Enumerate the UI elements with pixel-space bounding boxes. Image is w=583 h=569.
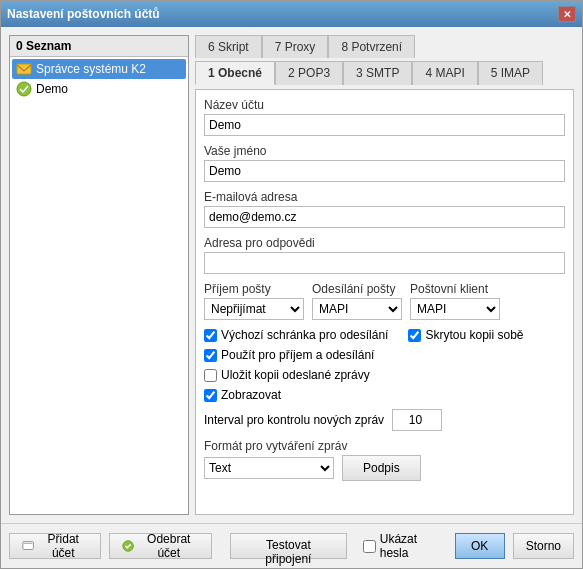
check-skrytou[interactable]	[408, 329, 421, 342]
close-button[interactable]: ✕	[558, 6, 576, 22]
check-zobrazovat-label: Zobrazovat	[221, 388, 281, 402]
adresa-group: Adresa pro odpovědi	[204, 236, 565, 274]
odesilani-label: Odesílání pošty	[312, 282, 402, 296]
tabs-row1: 6 Skript 7 Proxy 8 Potvrzení	[195, 35, 574, 58]
tab-imap[interactable]: 5 IMAP	[478, 61, 543, 85]
check-vychozi[interactable]	[204, 329, 217, 342]
nazev-label: Název účtu	[204, 98, 565, 112]
email-label: E-mailová adresa	[204, 190, 565, 204]
tab-content-obecne: Název účtu Vaše jméno E-mailová adresa A…	[195, 89, 574, 515]
format-select[interactable]: Text HTML RTF	[204, 457, 334, 479]
right-panel: 6 Skript 7 Proxy 8 Potvrzení 1 Obecné 2 …	[195, 35, 574, 515]
interval-label: Interval pro kontrolu nových zpráv	[204, 413, 384, 427]
left-panel: 0 Seznam Správce systému K2 Demo	[9, 35, 189, 515]
check-ulozit-label: Uložit kopii odeslané zprávy	[221, 368, 370, 382]
checks-col1: Výchozí schránka pro odesílání Použít pr…	[204, 328, 388, 405]
bottom-bar: Přidat účet Odebrat účet Testovat připoj…	[1, 523, 582, 568]
checks-col2: Skrytou kopii sobě	[408, 328, 523, 405]
tab-potvrzeni[interactable]: 8 Potvrzení	[328, 35, 415, 58]
checkboxes-area: Výchozí schránka pro odesílání Použít pr…	[204, 328, 565, 405]
add-icon	[22, 539, 34, 553]
testovat-button[interactable]: Testovat připojení	[230, 533, 347, 559]
check-zobrazovat-row: Zobrazovat	[204, 388, 388, 402]
check-ulozit[interactable]	[204, 369, 217, 382]
email-input[interactable]	[204, 206, 565, 228]
interval-input[interactable]	[392, 409, 442, 431]
tab-smtp[interactable]: 3 SMTP	[343, 61, 412, 85]
window-title: Nastavení poštovních účtů	[7, 7, 160, 21]
jmeno-input[interactable]	[204, 160, 565, 182]
tab-mapi[interactable]: 4 MAPI	[412, 61, 477, 85]
nazev-group: Název účtu	[204, 98, 565, 136]
ukazat-hesla-label: Ukázat hesla	[380, 532, 439, 560]
account-list: Správce systému K2 Demo	[10, 57, 188, 514]
list-item-label: Správce systému K2	[36, 62, 146, 76]
adresa-input[interactable]	[204, 252, 565, 274]
format-group: Formát pro vytváření zpráv Text HTML RTF…	[204, 439, 565, 481]
interval-row: Interval pro kontrolu nových zpráv	[204, 409, 565, 431]
ok-button[interactable]: OK	[455, 533, 505, 559]
check-pouzit-row: Použít pro příjem a odesílání	[204, 348, 388, 362]
nazev-input[interactable]	[204, 114, 565, 136]
ukazat-hesla-check[interactable]	[363, 540, 376, 553]
title-bar-buttons: ✕	[558, 6, 576, 22]
demo-icon	[16, 81, 32, 97]
svg-point-1	[17, 82, 31, 96]
check-ulozit-row: Uložit kopii odeslané zprávy	[204, 368, 388, 382]
title-bar: Nastavení poštovních účtů ✕	[1, 1, 582, 27]
odesilani-group: Odesílání pošty MAPI SMTP	[312, 282, 402, 320]
check-skrytou-label: Skrytou kopii sobě	[425, 328, 523, 342]
adresa-label: Adresa pro odpovědi	[204, 236, 565, 250]
svg-rect-0	[17, 64, 31, 74]
postovni-group: Poštovní klient MAPI SMTP POP3	[410, 282, 500, 320]
tab-skript[interactable]: 6 Skript	[195, 35, 262, 58]
list-item-label-demo: Demo	[36, 82, 68, 96]
list-item-demo[interactable]: Demo	[12, 79, 186, 99]
format-row: Text HTML RTF Podpis	[204, 455, 565, 481]
mail-icon	[16, 61, 32, 77]
tab-proxy[interactable]: 7 Proxy	[262, 35, 329, 58]
mail-settings-row: Příjem pošty Nepřijímat POP3 IMAP MAPI O…	[204, 282, 565, 320]
prijem-label: Příjem pošty	[204, 282, 304, 296]
odesilani-select[interactable]: MAPI SMTP	[312, 298, 402, 320]
podpis-button[interactable]: Podpis	[342, 455, 421, 481]
svg-rect-2	[23, 542, 33, 550]
pridat-ucet-label: Přidat účet	[38, 532, 88, 560]
main-window: Nastavení poštovních účtů ✕ 0 Seznam Spr…	[0, 0, 583, 569]
jmeno-group: Vaše jméno	[204, 144, 565, 182]
format-label: Formát pro vytváření zpráv	[204, 439, 565, 453]
storno-button[interactable]: Storno	[513, 533, 574, 559]
check-vychozi-label: Výchozí schránka pro odesílání	[221, 328, 388, 342]
postovni-select[interactable]: MAPI SMTP POP3	[410, 298, 500, 320]
list-item-spravcek2[interactable]: Správce systému K2	[12, 59, 186, 79]
check-pouzit-label: Použít pro příjem a odesílání	[221, 348, 374, 362]
pridat-ucet-button[interactable]: Přidat účet	[9, 533, 101, 559]
check-pouzit[interactable]	[204, 349, 217, 362]
email-group: E-mailová adresa	[204, 190, 565, 228]
check-skrytou-row: Skrytou kopii sobě	[408, 328, 523, 342]
check-vychozi-row: Výchozí schránka pro odesílání	[204, 328, 388, 342]
tab-pop3[interactable]: 2 POP3	[275, 61, 343, 85]
tab-obecne[interactable]: 1 Obecné	[195, 61, 275, 85]
ukazat-hesla-row: Ukázat hesla	[363, 532, 439, 560]
content-area: 0 Seznam Správce systému K2 Demo	[1, 27, 582, 523]
postovni-label: Poštovní klient	[410, 282, 500, 296]
left-panel-header: 0 Seznam	[10, 36, 188, 57]
check-zobrazovat[interactable]	[204, 389, 217, 402]
odebrat-ucet-button[interactable]: Odebrat účet	[109, 533, 212, 559]
prijem-select[interactable]: Nepřijímat POP3 IMAP MAPI	[204, 298, 304, 320]
tabs-row2: 1 Obecné 2 POP3 3 SMTP 4 MAPI 5 IMAP	[195, 61, 574, 85]
remove-icon	[122, 539, 134, 553]
odebrat-ucet-label: Odebrat účet	[138, 532, 199, 560]
prijem-group: Příjem pošty Nepřijímat POP3 IMAP MAPI	[204, 282, 304, 320]
jmeno-label: Vaše jméno	[204, 144, 565, 158]
